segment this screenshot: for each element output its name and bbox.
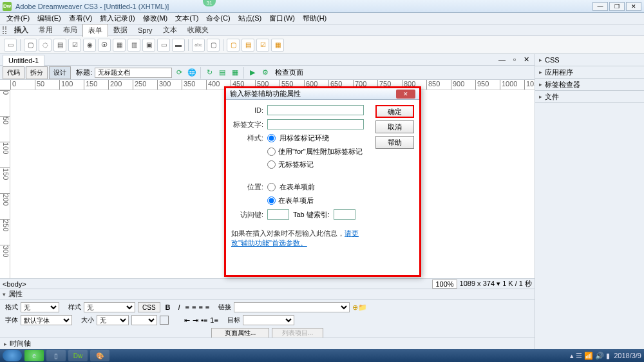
tag-selector[interactable]: <body> xyxy=(3,280,26,288)
position-radio-before[interactable] xyxy=(267,183,276,191)
menu-site[interactable]: 站点(S) xyxy=(236,14,265,23)
dialog-titlebar[interactable]: 输入标签辅助功能属性 ✕ xyxy=(226,88,419,100)
options-icon[interactable]: ⚙ xyxy=(260,67,271,79)
minimize-button[interactable]: — xyxy=(592,2,608,11)
indent-right-icon[interactable]: ⇥ xyxy=(193,316,198,325)
id-input[interactable] xyxy=(267,105,364,115)
cancel-button[interactable]: 取消 xyxy=(375,120,414,133)
check-page-label[interactable]: 检查页面 xyxy=(275,68,303,77)
window-size[interactable]: 1089 x 374 ▾ 1 K / 1 秒 xyxy=(460,279,532,289)
tab-favorites[interactable]: 收藏夹 xyxy=(182,24,214,36)
view-options-icon[interactable]: ▤ xyxy=(216,67,228,79)
properties-header[interactable]: 属性 xyxy=(0,289,535,300)
task-dreamweaver[interactable]: Dw xyxy=(68,350,88,361)
align-left-icon[interactable]: ≡ xyxy=(185,303,189,311)
style-radio-for[interactable] xyxy=(267,148,276,156)
menu-text[interactable]: 文本(T) xyxy=(173,14,201,23)
grip-icon[interactable] xyxy=(3,26,6,34)
menu-edit[interactable]: 编辑(E) xyxy=(35,14,64,23)
menu-help[interactable]: 帮助(H) xyxy=(300,14,329,23)
split-view-button[interactable]: 拆分 xyxy=(26,66,48,79)
doc-close-button[interactable]: ✕ xyxy=(521,55,532,64)
style-select[interactable]: 无 xyxy=(84,302,135,312)
checkbox-icon[interactable]: ☑ xyxy=(68,39,81,52)
tab-data[interactable]: 数据 xyxy=(108,24,133,36)
label-icon[interactable]: abc xyxy=(192,39,205,52)
timeline-panel[interactable]: 时间轴 xyxy=(0,338,535,349)
position-radio-after[interactable] xyxy=(267,196,276,205)
tab-text[interactable]: 文本 xyxy=(158,24,182,36)
close-button[interactable]: ✕ xyxy=(626,2,641,11)
button-icon[interactable]: ▬ xyxy=(172,39,185,52)
spry-textarea-icon[interactable]: ▤ xyxy=(242,39,254,52)
size-select[interactable]: 无 xyxy=(97,315,129,325)
tab-spry[interactable]: Spry xyxy=(133,25,158,35)
help-button[interactable]: 帮助 xyxy=(375,136,414,149)
spry-text-icon[interactable]: ▢ xyxy=(227,39,240,52)
fieldset-icon[interactable]: ▢ xyxy=(207,39,220,52)
menu-commands[interactable]: 命令(C) xyxy=(204,14,232,23)
menu-view[interactable]: 查看(V) xyxy=(66,14,95,23)
size-unit-select[interactable] xyxy=(131,315,157,325)
tab-index-input[interactable] xyxy=(334,209,355,220)
image-field-icon[interactable]: ▣ xyxy=(142,39,155,52)
italic-button[interactable]: I xyxy=(176,303,183,311)
menu-window[interactable]: 窗口(W) xyxy=(267,14,298,23)
textarea-icon[interactable]: ▤ xyxy=(53,39,66,52)
doc-minimize-button[interactable]: — xyxy=(496,55,508,64)
task-ie[interactable]: e xyxy=(24,350,44,361)
css-button[interactable]: CSS xyxy=(138,302,160,312)
tab-forms[interactable]: 表单 xyxy=(82,24,108,37)
preview-icon[interactable]: ▶ xyxy=(247,67,258,79)
hidden-icon[interactable]: ◌ xyxy=(39,39,52,52)
system-tray[interactable]: ▴ ☰ 📶 🔊 ▮ 2018/3/9 xyxy=(570,352,641,360)
font-select[interactable]: 默认字体 xyxy=(21,315,72,325)
textfield-icon[interactable]: ▢ xyxy=(24,39,37,52)
doc-restore-button[interactable]: ▫ xyxy=(511,55,518,64)
link-select[interactable] xyxy=(234,302,350,312)
spry-select-icon[interactable]: ▦ xyxy=(271,39,284,52)
style-radio-none[interactable] xyxy=(267,160,276,169)
bold-button[interactable]: B xyxy=(163,303,173,311)
task-paint[interactable]: 🎨 xyxy=(90,350,109,361)
access-key-input[interactable] xyxy=(267,209,289,220)
document-tab[interactable]: Untitled-1 xyxy=(3,55,44,66)
browser-icon[interactable]: 🌐 xyxy=(186,67,198,79)
list-ol-icon[interactable]: 1≡ xyxy=(210,316,218,324)
list-icon[interactable]: ▦ xyxy=(113,39,126,52)
code-view-button[interactable]: 代码 xyxy=(3,66,24,79)
validate-icon[interactable]: ⟳ xyxy=(173,67,185,79)
align-center-icon[interactable]: ≡ xyxy=(192,303,196,311)
text-color-icon[interactable] xyxy=(160,316,169,325)
task-explorer[interactable]: ▯ xyxy=(46,350,66,361)
tray-icons[interactable]: ▴ ☰ 📶 🔊 ▮ xyxy=(570,352,610,360)
tab-layout[interactable]: 布局 xyxy=(58,24,82,36)
jump-icon[interactable]: ▥ xyxy=(128,39,140,52)
format-select[interactable]: 无 xyxy=(21,302,59,312)
design-view-button[interactable]: 设计 xyxy=(49,66,71,79)
application-panel[interactable]: 应用程序 xyxy=(535,66,644,78)
refresh-icon[interactable]: ↻ xyxy=(204,67,215,79)
style-radio-wrap[interactable] xyxy=(267,134,276,142)
target-select[interactable] xyxy=(243,315,294,325)
indent-left-icon[interactable]: ⇤ xyxy=(184,316,190,325)
tab-common[interactable]: 常用 xyxy=(33,24,58,36)
zoom-selector[interactable]: 100% xyxy=(432,280,457,289)
menu-insert[interactable]: 插入记录(I) xyxy=(97,14,137,23)
page-properties-button[interactable]: 页面属性... xyxy=(211,328,269,338)
file-field-icon[interactable]: ▭ xyxy=(157,39,170,52)
spry-checkbox-icon[interactable]: ☑ xyxy=(256,39,269,52)
label-input[interactable] xyxy=(267,119,364,129)
start-button[interactable] xyxy=(3,350,22,361)
visual-aids-icon[interactable]: ▦ xyxy=(229,67,241,79)
list-ul-icon[interactable]: •≡ xyxy=(201,316,207,324)
align-right-icon[interactable]: ≡ xyxy=(198,303,202,311)
files-panel[interactable]: 文件 xyxy=(535,91,644,102)
menu-file[interactable]: 文件(F) xyxy=(4,14,32,23)
maximize-button[interactable]: ❐ xyxy=(609,2,625,11)
menu-modify[interactable]: 修改(M) xyxy=(140,14,171,23)
align-justify-icon[interactable]: ≡ xyxy=(205,303,209,311)
radiogroup-icon[interactable]: ⦿ xyxy=(98,39,111,52)
link-browse-icon[interactable]: ⊕📁 xyxy=(352,303,367,312)
page-title-input[interactable] xyxy=(95,68,172,78)
